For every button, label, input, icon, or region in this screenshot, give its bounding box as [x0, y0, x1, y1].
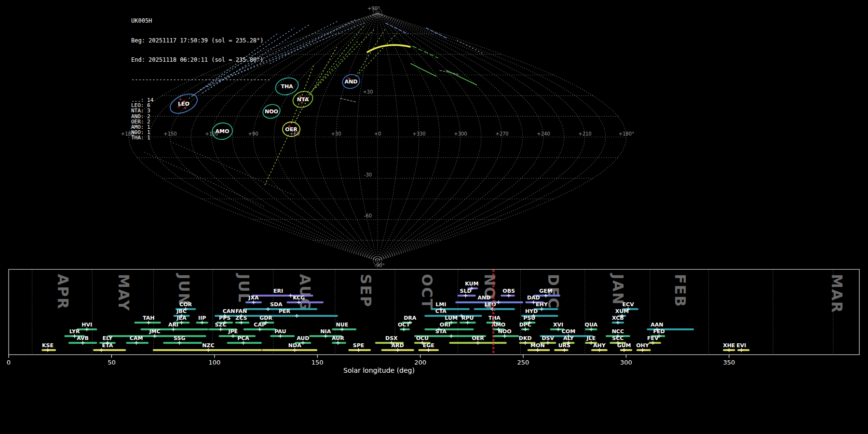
month-label-feb: FEB: [672, 274, 689, 308]
shower-code-label: IIP: [198, 315, 206, 321]
shower-code-label: MON: [530, 342, 545, 349]
shower-code-label: EVI: [736, 342, 746, 349]
activity-bar: [737, 349, 750, 351]
shower-count-list: ...: 14LEO: 6NTA: 3AND: 2OER: 2AMO: 1NOO…: [131, 97, 271, 141]
observation-info-panel: UK005H Beg: 20251117 17:50:39 (sol = 235…: [131, 5, 271, 147]
solar-longitude-axis: 050100150200250300350Solar longitude (de…: [7, 355, 735, 374]
shower-code-label: PCA: [237, 335, 249, 341]
shower-code-label: SPE: [353, 342, 365, 349]
meteor-trail: [309, 41, 359, 95]
shower-code-label: FED: [653, 328, 665, 335]
month-label-may: MAY: [115, 274, 132, 312]
shower-code-label: JBC: [176, 308, 187, 314]
axis-tick-label: 300: [620, 359, 632, 366]
shower-code-label: SCC: [612, 335, 624, 341]
shower-code-label: ALY: [563, 335, 574, 341]
shower-code-label: NDA: [288, 342, 301, 349]
shower-urs: URS: [554, 342, 570, 352]
shower-code-label: KSE: [42, 342, 54, 349]
shower-code-label: THA: [488, 315, 501, 321]
shower-code-label: ZCS: [235, 315, 247, 321]
shower-kse: KSE: [41, 342, 56, 352]
lon-label: +210: [578, 131, 591, 136]
shower-code-label: OHY: [636, 342, 650, 349]
shower-evi: EVI: [736, 342, 749, 352]
meteor-trail: [386, 23, 407, 34]
radiant-code-label: OER: [285, 126, 298, 133]
shower-code-label: ERI: [273, 288, 283, 294]
meteor-trail: [359, 34, 396, 73]
shower-code-label: OCT: [398, 322, 410, 328]
shower-code-label: PPS: [219, 315, 231, 321]
end-time-line: End: 20251118 06:20:11 (sol = 235.80°): [131, 57, 271, 64]
shower-code-label: OCU: [416, 335, 429, 341]
axis-tick-label: 250: [517, 359, 529, 366]
activity-bar: [163, 342, 202, 344]
shower-code-label: EHY: [536, 301, 548, 308]
activity-bar: [108, 335, 206, 337]
shower-nue: NUE: [332, 322, 356, 331]
shower-code-label: KCG: [293, 295, 305, 301]
meteor-trail: [171, 142, 295, 196]
shower-code-label: PSU: [523, 315, 535, 321]
shower-code-label: CAN: [223, 308, 235, 314]
shower-code-label: HVI: [81, 322, 92, 328]
grid-meridian: [378, 13, 585, 261]
shower-code-label: RPU: [461, 315, 474, 321]
meteor-trail: [426, 28, 448, 39]
shower-code-label: EGE: [423, 342, 434, 349]
shower-iip: IIP: [196, 315, 208, 325]
meteor-trail: [411, 64, 436, 76]
shower-code-label: XUM: [615, 308, 629, 314]
axis-title: Solar longitude (deg): [343, 366, 415, 374]
shower-eta: ETA: [93, 342, 126, 352]
activity-bar: [262, 349, 317, 351]
shower-code-label: HYD: [525, 308, 538, 314]
radiant-code-label: THA: [281, 83, 293, 90]
lon-label: +30: [331, 131, 341, 136]
grid-meridian: [295, 13, 378, 261]
shower-rpu: RPU: [460, 315, 476, 325]
shower-aur: AUR: [332, 335, 346, 345]
station-id: UK005H: [131, 18, 271, 25]
shower-code-label: ECV: [623, 301, 635, 308]
count-nta: NTA: 3: [131, 108, 271, 113]
shower-code-label: DAD: [527, 295, 540, 301]
radiant-and: AND: [341, 73, 361, 90]
shower-code-label: KUM: [465, 281, 478, 287]
activity-bar: [424, 328, 474, 330]
radiant-sky-map: +180°+150+120+90+60+30+0+330+300+270+240…: [0, 0, 868, 269]
count-noo: NOO: 1: [131, 130, 271, 135]
shower-code-label: SDA: [270, 301, 283, 308]
radiant-code-label: AND: [345, 79, 358, 85]
shower-code-label: SZC: [215, 322, 227, 328]
shower-code-label: LUM: [445, 315, 458, 321]
south-pole-label: -90°: [374, 263, 384, 268]
shower-code-label: JEA: [176, 315, 187, 321]
shower-code-label: FAN: [235, 308, 247, 314]
shower-code-label: DPC: [519, 322, 531, 328]
count-leo: LEO: 6: [131, 103, 271, 108]
lon-label: +270: [495, 131, 508, 136]
lat-label: -30: [364, 172, 372, 177]
shower-code-label: LMI: [435, 301, 446, 308]
meteor-trail: [145, 152, 264, 206]
shower-code-label: DSV: [542, 335, 554, 341]
bright-meteor-trail: [367, 45, 410, 52]
lon-label: +300: [454, 131, 467, 136]
activity-bar: [649, 342, 661, 344]
axis-tick-label: 150: [312, 359, 324, 366]
shower-code-label: PER: [279, 308, 291, 314]
shower-bars: KUMERISLDOBSGEMJXAKCGANDDADCORSDALMILEOE…: [41, 281, 749, 352]
shower-code-label: NCC: [612, 328, 624, 335]
shower-code-label: XVI: [553, 322, 563, 328]
shower-code-label: COM: [562, 328, 575, 335]
grid-meridian: [378, 13, 481, 261]
meteor-trail: [457, 41, 482, 53]
shower-code-label: JPE: [228, 328, 238, 335]
count-and: AND: 2: [131, 114, 271, 119]
shower-activity-timeline: APRMAYJUNJULAUGSEPOCTNOVDECJANFEBMARKUME…: [0, 269, 868, 384]
shower-spe: SPE: [348, 342, 371, 352]
shower-dpc: DPC: [519, 322, 531, 331]
radiant-code-label: NTA: [297, 96, 309, 103]
